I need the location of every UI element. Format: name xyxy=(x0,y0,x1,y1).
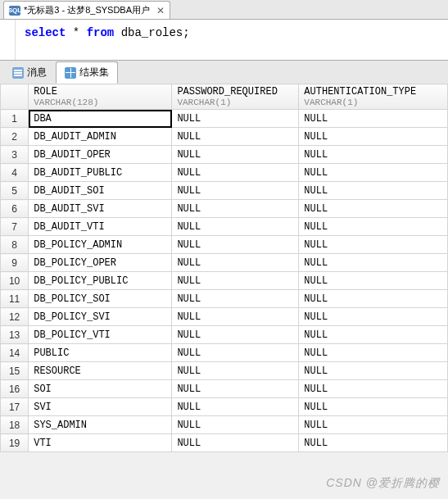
table-row[interactable]: 11DB_POLICY_SOINULLNULL xyxy=(1,290,448,308)
table-row[interactable]: 13DB_POLICY_VTINULLNULL xyxy=(1,326,448,344)
table-row[interactable]: 1DBANULLNULL xyxy=(1,110,448,128)
cell-password-required[interactable]: NULL xyxy=(172,380,299,398)
cell-authentication-type[interactable]: NULL xyxy=(299,344,448,362)
cell-authentication-type[interactable]: NULL xyxy=(299,110,448,128)
row-number[interactable]: 15 xyxy=(1,362,29,380)
cell-role[interactable]: DB_AUDIT_SVI xyxy=(29,200,172,218)
row-number[interactable]: 18 xyxy=(1,416,29,434)
cell-role[interactable]: VTI xyxy=(29,434,172,452)
cell-role[interactable]: DB_AUDIT_PUBLIC xyxy=(29,164,172,182)
close-icon[interactable]: ✕ xyxy=(156,5,165,16)
table-row[interactable]: 4DB_AUDIT_PUBLICNULLNULL xyxy=(1,164,448,182)
cell-password-required[interactable]: NULL xyxy=(172,182,299,200)
editor-tab[interactable]: SQL *无标题3 - 达梦8_SYSDBA用户 ✕ xyxy=(3,1,170,19)
cell-password-required[interactable]: NULL xyxy=(172,434,299,452)
cell-role[interactable]: DB_POLICY_ADMIN xyxy=(29,236,172,254)
cell-role[interactable]: RESOURCE xyxy=(29,362,172,380)
row-number[interactable]: 14 xyxy=(1,344,29,362)
cell-authentication-type[interactable]: NULL xyxy=(299,362,448,380)
cell-role[interactable]: DB_AUDIT_SOI xyxy=(29,182,172,200)
row-number[interactable]: 10 xyxy=(1,272,29,290)
row-number[interactable]: 1 xyxy=(1,110,29,128)
table-row[interactable]: 8DB_POLICY_ADMINNULLNULL xyxy=(1,236,448,254)
rownum-header[interactable] xyxy=(1,84,29,110)
row-number[interactable]: 8 xyxy=(1,236,29,254)
cell-password-required[interactable]: NULL xyxy=(172,128,299,146)
table-row[interactable]: 19VTINULLNULL xyxy=(1,434,448,452)
cell-password-required[interactable]: NULL xyxy=(172,236,299,254)
cell-authentication-type[interactable]: NULL xyxy=(299,128,448,146)
table-row[interactable]: 14PUBLICNULLNULL xyxy=(1,344,448,362)
sql-editor[interactable]: select * from dba_roles; xyxy=(0,20,448,61)
cell-password-required[interactable]: NULL xyxy=(172,272,299,290)
col-header-role[interactable]: ROLE VARCHAR(128) xyxy=(29,84,172,110)
tab-results[interactable]: 结果集 xyxy=(56,61,118,84)
table-row[interactable]: 16SOINULLNULL xyxy=(1,380,448,398)
cell-authentication-type[interactable]: NULL xyxy=(299,290,448,308)
cell-password-required[interactable]: NULL xyxy=(172,308,299,326)
table-row[interactable]: 6DB_AUDIT_SVINULLNULL xyxy=(1,200,448,218)
row-number[interactable]: 3 xyxy=(1,146,29,164)
cell-role[interactable]: DBA xyxy=(29,110,172,128)
cell-role[interactable]: DB_AUDIT_VTI xyxy=(29,218,172,236)
col-header-pwd[interactable]: PASSWORD_REQUIRED VARCHAR(1) xyxy=(172,84,299,110)
row-number[interactable]: 6 xyxy=(1,200,29,218)
cell-role[interactable]: DB_POLICY_PUBLIC xyxy=(29,272,172,290)
table-row[interactable]: 12DB_POLICY_SVINULLNULL xyxy=(1,308,448,326)
cell-password-required[interactable]: NULL xyxy=(172,326,299,344)
table-row[interactable]: 15RESOURCENULLNULL xyxy=(1,362,448,380)
cell-password-required[interactable]: NULL xyxy=(172,164,299,182)
cell-authentication-type[interactable]: NULL xyxy=(299,236,448,254)
cell-password-required[interactable]: NULL xyxy=(172,200,299,218)
table-row[interactable]: 10DB_POLICY_PUBLICNULLNULL xyxy=(1,272,448,290)
cell-authentication-type[interactable]: NULL xyxy=(299,398,448,416)
table-row[interactable]: 17SVINULLNULL xyxy=(1,398,448,416)
cell-authentication-type[interactable]: NULL xyxy=(299,272,448,290)
cell-authentication-type[interactable]: NULL xyxy=(299,218,448,236)
cell-role[interactable]: PUBLIC xyxy=(29,344,172,362)
row-number[interactable]: 2 xyxy=(1,128,29,146)
cell-role[interactable]: SOI xyxy=(29,380,172,398)
cell-password-required[interactable]: NULL xyxy=(172,218,299,236)
row-number[interactable]: 4 xyxy=(1,164,29,182)
table-row[interactable]: 9DB_POLICY_OPERNULLNULL xyxy=(1,254,448,272)
row-number[interactable]: 17 xyxy=(1,398,29,416)
cell-authentication-type[interactable]: NULL xyxy=(299,182,448,200)
cell-role[interactable]: DB_POLICY_OPER xyxy=(29,254,172,272)
cell-authentication-type[interactable]: NULL xyxy=(299,326,448,344)
row-number[interactable]: 12 xyxy=(1,308,29,326)
cell-authentication-type[interactable]: NULL xyxy=(299,416,448,434)
row-number[interactable]: 5 xyxy=(1,182,29,200)
cell-role[interactable]: SVI xyxy=(29,398,172,416)
cell-role[interactable]: DB_AUDIT_ADMIN xyxy=(29,128,172,146)
col-header-auth[interactable]: AUTHENTICATION_TYPE VARCHAR(1) xyxy=(299,84,448,110)
cell-role[interactable]: DB_POLICY_SOI xyxy=(29,290,172,308)
cell-authentication-type[interactable]: NULL xyxy=(299,164,448,182)
row-number[interactable]: 16 xyxy=(1,380,29,398)
cell-authentication-type[interactable]: NULL xyxy=(299,434,448,452)
row-number[interactable]: 9 xyxy=(1,254,29,272)
table-row[interactable]: 3DB_AUDIT_OPERNULLNULL xyxy=(1,146,448,164)
cell-authentication-type[interactable]: NULL xyxy=(299,254,448,272)
cell-password-required[interactable]: NULL xyxy=(172,416,299,434)
row-number[interactable]: 19 xyxy=(1,434,29,452)
table-row[interactable]: 18SYS_ADMINNULLNULL xyxy=(1,416,448,434)
table-row[interactable]: 7DB_AUDIT_VTINULLNULL xyxy=(1,218,448,236)
row-number[interactable]: 11 xyxy=(1,290,29,308)
cell-authentication-type[interactable]: NULL xyxy=(299,308,448,326)
cell-password-required[interactable]: NULL xyxy=(172,398,299,416)
cell-role[interactable]: DB_POLICY_SVI xyxy=(29,308,172,326)
cell-role[interactable]: DB_POLICY_VTI xyxy=(29,326,172,344)
cell-password-required[interactable]: NULL xyxy=(172,110,299,128)
row-number[interactable]: 7 xyxy=(1,218,29,236)
cell-authentication-type[interactable]: NULL xyxy=(299,146,448,164)
cell-password-required[interactable]: NULL xyxy=(172,290,299,308)
cell-authentication-type[interactable]: NULL xyxy=(299,380,448,398)
table-row[interactable]: 2DB_AUDIT_ADMINNULLNULL xyxy=(1,128,448,146)
cell-role[interactable]: DB_AUDIT_OPER xyxy=(29,146,172,164)
cell-password-required[interactable]: NULL xyxy=(172,146,299,164)
cell-password-required[interactable]: NULL xyxy=(172,344,299,362)
cell-authentication-type[interactable]: NULL xyxy=(299,200,448,218)
cell-password-required[interactable]: NULL xyxy=(172,362,299,380)
tab-messages[interactable]: 消息 xyxy=(3,61,56,84)
